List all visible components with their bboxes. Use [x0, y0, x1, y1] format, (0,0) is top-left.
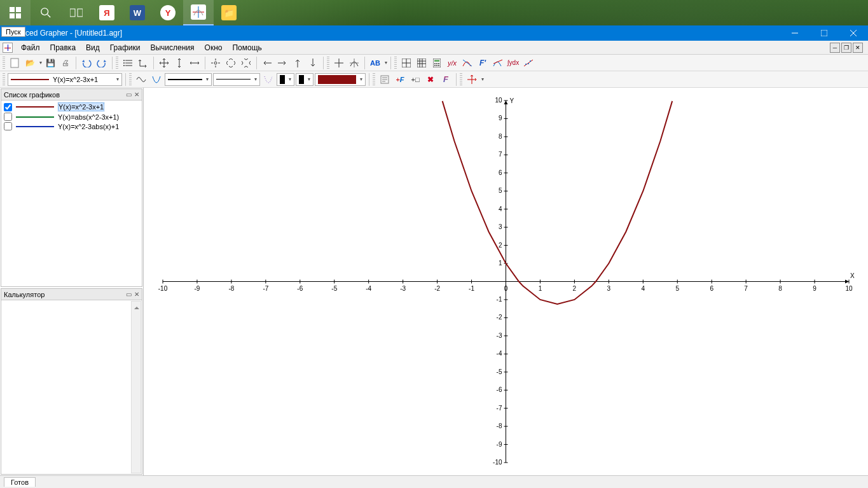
menu-help[interactable]: Помощь [228, 42, 266, 53]
svg-line-5 [48, 15, 51, 18]
scrollbar[interactable] [131, 301, 141, 473]
intersect-button[interactable] [460, 56, 474, 70]
line-smooth-button[interactable] [134, 73, 148, 87]
toolbar-grip[interactable] [460, 73, 462, 86]
start-button[interactable] [0, 0, 31, 25]
f-style-button[interactable]: F [439, 73, 453, 87]
open-button[interactable]: 📂 [23, 56, 37, 70]
tangent-button[interactable] [491, 56, 505, 70]
fill-color-selector[interactable]: ▾ [315, 73, 366, 86]
pan-down-button[interactable] [306, 56, 320, 70]
menu-window[interactable]: Окно [200, 42, 227, 53]
dup-graph-button[interactable]: +□ [408, 73, 422, 87]
pane-dock-icon[interactable]: ▭ [126, 291, 132, 298]
graph-list-item[interactable]: Y(x)=x^2-3x+1 [3, 102, 141, 112]
crosshair-button[interactable] [332, 56, 346, 70]
zoom-in-button[interactable] [224, 56, 238, 70]
task-view-button[interactable] [61, 0, 92, 25]
graph-visibility-checkbox[interactable] [4, 122, 12, 130]
zoom-center-button[interactable] [209, 56, 223, 70]
parabola-button[interactable] [149, 73, 163, 87]
table-button[interactable] [415, 56, 429, 70]
toolbar-grip[interactable] [327, 57, 329, 69]
new-button[interactable] [8, 56, 22, 70]
graph-list-item[interactable]: Y(x)=x^2-3abs(x)+1 [3, 122, 141, 131]
points-button[interactable] [261, 73, 275, 87]
pan-left-button[interactable] [260, 56, 274, 70]
menu-view[interactable]: Вид [81, 42, 104, 53]
app-logo-icon[interactable] [3, 43, 13, 53]
open-dropdown-icon[interactable]: ▾ [39, 60, 42, 66]
menu-edit[interactable]: Правка [46, 42, 81, 53]
toolbar-grip[interactable] [373, 73, 375, 86]
point-color2-selector[interactable]: ▾ [296, 73, 313, 86]
taskbar-app-ybrowser[interactable]: Y [153, 0, 183, 25]
mdi-restore-button[interactable]: ❐ [841, 43, 851, 53]
graph-visibility-checkbox[interactable] [4, 103, 12, 111]
grid-button[interactable] [399, 56, 413, 70]
regression-icon [523, 59, 534, 67]
add-graph-button[interactable]: +F [393, 73, 407, 87]
pan-right-button[interactable] [275, 56, 289, 70]
mdi-close-button[interactable]: ✕ [853, 43, 863, 53]
undo-button[interactable] [79, 56, 93, 70]
trace-button[interactable] [347, 56, 361, 70]
axes-button[interactable] [136, 56, 150, 70]
list-button[interactable] [121, 56, 135, 70]
move-button[interactable] [157, 56, 171, 70]
integral-button[interactable]: ∫ydx [506, 56, 520, 70]
graph-visibility-checkbox[interactable] [4, 113, 12, 121]
zoom-out-button[interactable] [239, 56, 253, 70]
toolbar-grip[interactable] [3, 73, 5, 86]
redo-button[interactable] [95, 56, 109, 70]
regression-button[interactable] [521, 56, 535, 70]
toolbar-grip[interactable] [3, 57, 5, 69]
pane-close-icon[interactable]: ✕ [134, 91, 139, 98]
search-button[interactable] [31, 0, 61, 25]
toolbar-grip[interactable] [116, 57, 118, 69]
menu-graphs[interactable]: Графики [106, 42, 145, 53]
plot-area[interactable]: -10-9-8-7-6-5-4-3-2-1012345678910-10-9-8… [144, 88, 868, 475]
minimize-button[interactable] [780, 25, 809, 41]
close-button[interactable] [839, 25, 868, 41]
taskbar-app-grapher[interactable] [183, 0, 214, 25]
axis-settings-button[interactable] [465, 73, 479, 87]
calculator-body[interactable] [1, 300, 142, 474]
workspace: Список графиков ▭✕ Y(x)=x^2-3x+1Y(x)=abs… [0, 88, 868, 475]
graph-list: Y(x)=x^2-3x+1Y(x)=abs(x^2-3x+1)Y(x)=x^2-… [1, 101, 142, 132]
svg-text:-2: -2 [497, 314, 502, 321]
print-button[interactable]: 🖨 [59, 56, 72, 70]
derivative-button[interactable]: F' [476, 56, 490, 70]
move-vert-button[interactable] [172, 56, 186, 70]
taskbar-app-yandex[interactable]: Я [92, 0, 122, 25]
toolbar-grip[interactable] [394, 57, 397, 69]
ab-dropdown-icon[interactable]: ▾ [385, 60, 387, 66]
toolbar-main: 📂 ▾ 💾 🖨 AB ▾ y/x F' ∫ydx [0, 55, 868, 71]
move-horiz-button[interactable] [188, 56, 202, 70]
point-color-selector[interactable]: ▾ [277, 73, 294, 86]
graph-color-preview [16, 116, 54, 118]
root-button[interactable]: y/x [445, 56, 459, 70]
delete-graph-button[interactable]: ✖ [424, 73, 437, 87]
line-style-selector[interactable]: ▾ [165, 73, 212, 86]
line-width-selector[interactable]: ▾ [213, 73, 260, 86]
text-label-button[interactable]: AB [368, 56, 382, 70]
save-button[interactable]: 💾 [43, 56, 57, 70]
menu-file[interactable]: Файл [17, 42, 45, 53]
pane-dock-icon[interactable]: ▭ [126, 91, 132, 98]
calculator-button[interactable] [430, 56, 444, 70]
taskbar-app-word[interactable]: W [122, 0, 153, 25]
function-selector[interactable]: Y(x)=x^2-3x+1 ▾ [8, 73, 122, 86]
properties-button[interactable] [378, 73, 392, 87]
maximize-button[interactable] [809, 25, 839, 41]
svg-text:-7: -7 [497, 405, 502, 412]
pan-up-button[interactable] [291, 56, 305, 70]
pane-close-icon[interactable]: ✕ [134, 291, 139, 298]
axis-dropdown-icon[interactable]: ▾ [481, 76, 484, 82]
graph-list-item[interactable]: Y(x)=abs(x^2-3x+1) [3, 112, 141, 122]
taskbar-app-explorer[interactable]: 📁 [214, 0, 244, 25]
zoom-center-icon [211, 59, 220, 67]
menu-calc[interactable]: Вычисления [146, 42, 198, 53]
mdi-minimize-button[interactable]: ─ [830, 43, 840, 53]
toolbar-grip[interactable] [129, 73, 132, 86]
